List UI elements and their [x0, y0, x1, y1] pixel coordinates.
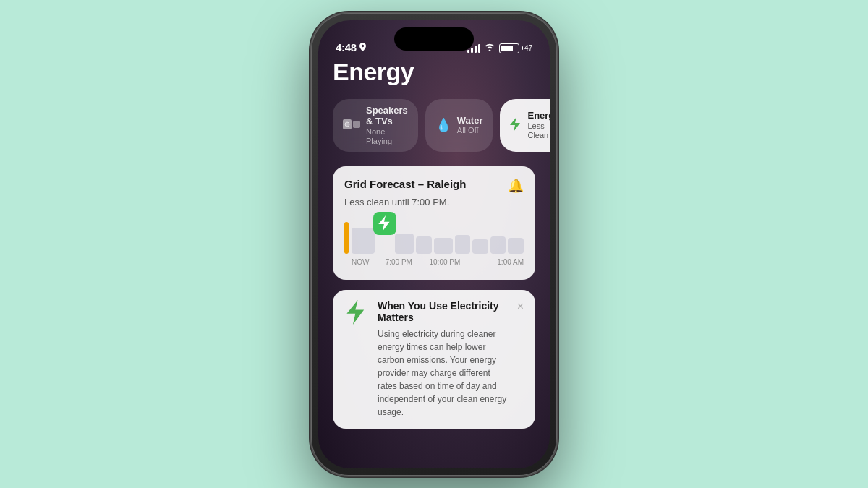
battery-percent: 47	[524, 44, 532, 52]
tl-label-1am: 1:00 AM	[471, 258, 524, 266]
tl-seg-7	[490, 236, 506, 254]
timeline-bars	[344, 218, 524, 254]
energy-pill[interactable]: Energy Less Clean	[500, 99, 550, 153]
energy-sub: Less Clean	[527, 121, 550, 140]
info-card: When You Use Electricity Matters Using e…	[333, 290, 535, 429]
svg-rect-1	[353, 121, 360, 128]
phone-screen: 4:48	[318, 20, 550, 468]
clock-display: 4:48	[336, 41, 357, 53]
timeline-labels: NOW 7:00 PM 10:00 PM 1:00 AM	[344, 258, 524, 266]
info-content: When You Use Electricity Matters Using e…	[378, 300, 509, 419]
status-icons: 47	[467, 43, 532, 53]
power-button[interactable]	[557, 129, 559, 194]
tl-seg-2	[395, 234, 414, 254]
phone-wrapper: 4:48	[311, 13, 557, 476]
tl-seg-3	[416, 236, 432, 254]
speakers-pill[interactable]: Speakers & TVs None Playing	[333, 99, 418, 153]
card-subtitle: Less clean until 7:00 PM.	[344, 197, 524, 207]
timeline: NOW 7:00 PM 10:00 PM 1:00 AM	[344, 218, 524, 268]
water-label: Water	[457, 115, 483, 127]
tl-seg-1	[352, 228, 375, 254]
grid-forecast-card: Grid Forecast – Raleigh 🔔 Less clean unt…	[333, 166, 535, 280]
water-pill-text: Water All Off	[457, 115, 483, 136]
status-bar: 4:48	[318, 20, 550, 58]
electricity-icon	[346, 300, 367, 325]
speakers-sub: None Playing	[366, 127, 408, 146]
tl-seg-4	[434, 238, 453, 254]
water-sub: All Off	[457, 126, 483, 135]
dynamic-island	[394, 27, 474, 51]
tl-seg-8	[508, 238, 524, 254]
energy-label: Energy	[527, 110, 550, 121]
category-pills: Speakers & TVs None Playing 💧 Water All …	[333, 99, 535, 153]
info-body: Using electricity during cleaner energy …	[378, 328, 509, 419]
energy-pill-text: Energy Less Clean	[527, 110, 550, 140]
tl-seg-5	[455, 235, 471, 254]
close-button[interactable]: ×	[517, 300, 524, 313]
energy-icon	[510, 117, 522, 134]
timeline-segments	[352, 218, 524, 254]
tl-label-now: NOW	[352, 258, 373, 266]
card-header: Grid Forecast – Raleigh 🔔	[344, 178, 524, 194]
card-title: Grid Forecast – Raleigh	[344, 178, 466, 190]
battery-icon: 47	[499, 43, 532, 53]
info-icon-box	[344, 300, 369, 325]
wifi-icon	[485, 43, 495, 53]
tl-label-7pm: 7:00 PM	[379, 258, 419, 266]
speakers-pill-text: Speakers & TVs None Playing	[366, 105, 408, 147]
page-title: Energy	[333, 58, 535, 86]
bell-icon[interactable]: 🔔	[508, 178, 524, 194]
info-title: When You Use Electricity Matters	[378, 300, 509, 323]
tl-label-10pm: 10:00 PM	[419, 258, 472, 266]
screen-content: Energy Speakers & TVs	[318, 58, 550, 429]
green-icon-box	[373, 212, 396, 235]
now-bar	[344, 222, 349, 254]
svg-point-2	[345, 122, 349, 127]
location-icon	[359, 43, 366, 51]
tl-seg-marker	[377, 218, 393, 254]
tl-seg-6	[472, 239, 488, 254]
water-icon: 💧	[435, 119, 451, 132]
speakers-label: Speakers & TVs	[366, 105, 408, 127]
water-pill[interactable]: 💧 Water All Off	[425, 99, 493, 153]
phone-frame: 4:48	[311, 13, 557, 476]
status-time-wrapper: 4:48	[336, 41, 366, 53]
speakers-icon	[343, 117, 360, 134]
